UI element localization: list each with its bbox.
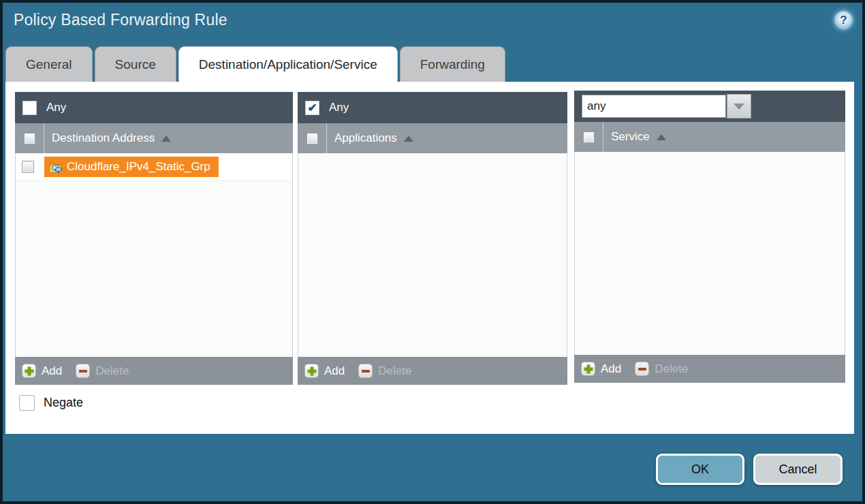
applications-header-label: Applications: [334, 131, 397, 145]
plus-icon: [22, 364, 36, 378]
dialog-title: Policy Based Forwarding Rule: [14, 11, 227, 29]
chevron-down-icon: [734, 104, 744, 110]
applications-any-row: Any: [298, 92, 567, 123]
help-icon[interactable]: ?: [834, 11, 853, 29]
tab-content-panel: Any Destination Address: [5, 82, 854, 434]
destination-address-column: Any Destination Address: [15, 92, 293, 385]
applications-delete-label: Delete: [378, 364, 411, 378]
destination-sort-header[interactable]: Destination Address: [52, 131, 171, 145]
plus-icon: [581, 362, 595, 376]
service-type-dropdown[interactable]: any: [582, 94, 751, 119]
help-glyph: ?: [840, 14, 847, 27]
destination-any-row: Any: [15, 92, 293, 123]
destination-add-label: Add: [42, 364, 62, 378]
tab-destination-application-service[interactable]: Destination/Application/Service: [178, 46, 398, 82]
service-select-all-cell: [574, 122, 603, 152]
destination-any-checkbox[interactable]: [22, 101, 37, 115]
service-add-label: Add: [601, 362, 621, 376]
applications-select-all-checkbox[interactable]: [306, 133, 318, 144]
applications-list: [298, 153, 567, 357]
tab-general[interactable]: General: [5, 46, 93, 82]
applications-header-row: Applications: [298, 123, 567, 153]
applications-sort-header[interactable]: Applications: [334, 131, 413, 145]
service-delete-label: Delete: [655, 362, 688, 376]
service-delete-button[interactable]: Delete: [635, 362, 688, 376]
service-header-row: Service: [574, 122, 845, 152]
applications-column: Any Applications Add Delete: [298, 92, 567, 385]
applications-delete-button[interactable]: Delete: [358, 364, 411, 378]
applications-any-checkbox[interactable]: [305, 101, 319, 115]
destination-list-item[interactable]: Cloudflare_IPv4_Static_Grp: [16, 153, 292, 181]
service-list: [574, 152, 845, 355]
service-column: any Service Add Delete: [574, 91, 845, 383]
destination-list: Cloudflare_IPv4_Static_Grp: [15, 153, 293, 357]
applications-add-button[interactable]: Add: [304, 364, 345, 378]
minus-icon: [76, 364, 90, 378]
negate-label: Negate: [44, 396, 83, 410]
destination-item-label: Cloudflare_IPv4_Static_Grp: [67, 160, 210, 174]
minus-icon: [635, 362, 649, 376]
tab-forwarding[interactable]: Forwarding: [400, 46, 505, 82]
negate-checkbox[interactable]: [19, 395, 35, 411]
service-add-button[interactable]: Add: [581, 362, 621, 376]
service-header-label: Service: [611, 130, 650, 144]
applications-select-all-cell: [298, 123, 327, 153]
address-group-icon: [49, 161, 62, 173]
destination-delete-label: Delete: [95, 364, 129, 378]
destination-delete-button[interactable]: Delete: [76, 364, 129, 378]
applications-footer: Add Delete: [298, 357, 567, 385]
cancel-button[interactable]: Cancel: [753, 454, 843, 485]
destination-item-chip[interactable]: Cloudflare_IPv4_Static_Grp: [44, 157, 219, 177]
destination-select-all-checkbox[interactable]: [24, 133, 35, 144]
applications-add-label: Add: [324, 364, 345, 378]
service-dropdown-button[interactable]: [727, 94, 751, 119]
destination-item-checkbox[interactable]: [22, 161, 34, 173]
minus-icon: [358, 364, 373, 378]
destination-add-button[interactable]: Add: [22, 364, 62, 378]
negate-row: Negate: [19, 395, 83, 411]
service-type-value[interactable]: any: [582, 95, 726, 118]
sort-ascending-icon: [657, 134, 666, 140]
plus-icon: [304, 364, 319, 378]
applications-any-label: Any: [329, 101, 349, 114]
sort-ascending-icon: [161, 136, 171, 142]
destination-any-label: Any: [46, 101, 66, 114]
ok-button[interactable]: OK: [656, 454, 744, 485]
destination-select-all-cell: [15, 123, 44, 153]
sort-ascending-icon: [404, 136, 413, 142]
service-sort-header[interactable]: Service: [611, 130, 666, 144]
service-footer: Add Delete: [574, 355, 845, 383]
destination-header-label: Destination Address: [52, 131, 155, 145]
destination-footer: Add Delete: [15, 357, 293, 385]
destination-header-row: Destination Address: [15, 123, 293, 153]
service-dropdown-row: any: [574, 91, 845, 122]
tab-source[interactable]: Source: [95, 46, 176, 82]
tab-bar: General Source Destination/Application/S…: [5, 46, 505, 82]
service-select-all-checkbox[interactable]: [583, 131, 595, 143]
